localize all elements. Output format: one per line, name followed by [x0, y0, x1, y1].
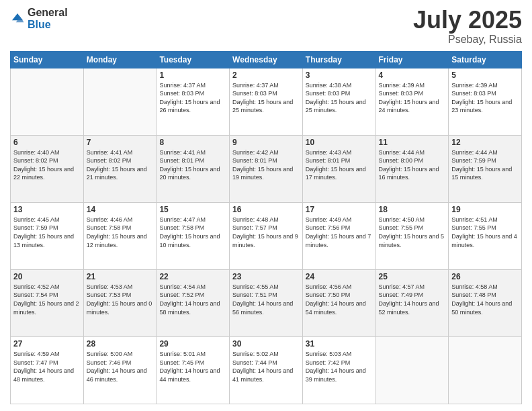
- table-row: 19Sunrise: 4:51 AMSunset: 7:55 PMDayligh…: [449, 202, 522, 269]
- calendar-week-row: 6Sunrise: 4:40 AMSunset: 8:02 PMDaylight…: [11, 135, 522, 202]
- day-info: Sunrise: 4:37 AMSunset: 8:03 PMDaylight:…: [159, 81, 226, 115]
- day-number: 26: [451, 272, 519, 281]
- day-number: 6: [13, 138, 81, 147]
- day-info: Sunrise: 4:54 AMSunset: 7:52 PMDaylight:…: [159, 283, 226, 316]
- day-info: Sunrise: 4:49 AMSunset: 7:56 PMDaylight:…: [306, 216, 373, 249]
- day-info: Sunrise: 4:51 AMSunset: 7:55 PMDaylight:…: [451, 216, 519, 249]
- table-row: 10Sunrise: 4:43 AMSunset: 8:01 PMDayligh…: [302, 135, 375, 202]
- calendar-week-row: 20Sunrise: 4:52 AMSunset: 7:54 PMDayligh…: [11, 269, 522, 336]
- day-info: Sunrise: 4:43 AMSunset: 8:01 PMDaylight:…: [306, 148, 373, 182]
- table-row: 13Sunrise: 4:45 AMSunset: 7:59 PMDayligh…: [11, 202, 84, 269]
- day-info: Sunrise: 4:48 AMSunset: 7:57 PMDaylight:…: [232, 216, 300, 249]
- day-info: Sunrise: 4:45 AMSunset: 7:59 PMDaylight:…: [13, 216, 81, 249]
- table-row: 27Sunrise: 4:59 AMSunset: 7:47 PMDayligh…: [11, 336, 84, 404]
- day-number: 7: [87, 138, 154, 147]
- day-number: 12: [451, 138, 519, 147]
- table-row: 16Sunrise: 4:48 AMSunset: 7:57 PMDayligh…: [230, 202, 303, 269]
- day-info: Sunrise: 4:50 AMSunset: 7:55 PMDaylight:…: [379, 216, 446, 249]
- day-number: 1: [159, 71, 226, 80]
- logo-general: General: [28, 7, 68, 19]
- header-monday: Monday: [83, 51, 157, 68]
- day-info: Sunrise: 4:37 AMSunset: 8:03 PMDaylight:…: [232, 81, 300, 115]
- header-tuesday: Tuesday: [157, 51, 230, 68]
- title-month: July 2025: [413, 7, 522, 34]
- day-info: Sunrise: 4:41 AMSunset: 8:02 PMDaylight:…: [87, 148, 154, 182]
- table-row: 23Sunrise: 4:55 AMSunset: 7:51 PMDayligh…: [230, 269, 303, 336]
- table-row: 11Sunrise: 4:44 AMSunset: 8:00 PMDayligh…: [375, 135, 449, 202]
- table-row: 18Sunrise: 4:50 AMSunset: 7:55 PMDayligh…: [375, 202, 449, 269]
- day-info: Sunrise: 4:53 AMSunset: 7:53 PMDaylight:…: [87, 283, 154, 316]
- day-info: Sunrise: 4:38 AMSunset: 8:03 PMDaylight:…: [306, 81, 373, 115]
- table-row: 6Sunrise: 4:40 AMSunset: 8:02 PMDaylight…: [11, 135, 84, 202]
- logo: General Blue: [10, 7, 68, 30]
- table-row: 1Sunrise: 4:37 AMSunset: 8:03 PMDaylight…: [157, 68, 230, 135]
- day-info: Sunrise: 4:57 AMSunset: 7:49 PMDaylight:…: [379, 283, 446, 316]
- table-row: 20Sunrise: 4:52 AMSunset: 7:54 PMDayligh…: [11, 269, 84, 336]
- day-number: 16: [232, 205, 300, 214]
- table-row: 12Sunrise: 4:44 AMSunset: 7:59 PMDayligh…: [449, 135, 522, 202]
- day-number: 22: [159, 272, 226, 281]
- day-number: 3: [306, 71, 373, 80]
- header-sunday: Sunday: [11, 51, 84, 68]
- calendar-week-row: 27Sunrise: 4:59 AMSunset: 7:47 PMDayligh…: [11, 336, 522, 404]
- day-info: Sunrise: 4:42 AMSunset: 8:01 PMDaylight:…: [232, 148, 300, 182]
- day-number: 4: [379, 71, 446, 80]
- day-info: Sunrise: 5:02 AMSunset: 7:44 PMDaylight:…: [232, 350, 300, 383]
- day-number: 17: [306, 205, 373, 214]
- calendar-week-row: 1Sunrise: 4:37 AMSunset: 8:03 PMDaylight…: [11, 68, 522, 135]
- day-info: Sunrise: 5:01 AMSunset: 7:45 PMDaylight:…: [159, 350, 226, 383]
- table-row: 25Sunrise: 4:57 AMSunset: 7:49 PMDayligh…: [375, 269, 449, 336]
- day-number: 14: [87, 205, 154, 214]
- day-number: 20: [13, 272, 81, 281]
- table-row: 21Sunrise: 4:53 AMSunset: 7:53 PMDayligh…: [83, 269, 157, 336]
- header-thursday: Thursday: [302, 51, 375, 68]
- table-row: 26Sunrise: 4:58 AMSunset: 7:48 PMDayligh…: [449, 269, 522, 336]
- day-number: 27: [13, 339, 81, 349]
- day-info: Sunrise: 4:40 AMSunset: 8:02 PMDaylight:…: [13, 148, 81, 182]
- day-number: 10: [306, 138, 373, 147]
- table-row: 29Sunrise: 5:01 AMSunset: 7:45 PMDayligh…: [157, 336, 230, 404]
- day-number: 25: [379, 272, 446, 281]
- day-number: 30: [232, 339, 300, 349]
- table-row: 24Sunrise: 4:56 AMSunset: 7:50 PMDayligh…: [302, 269, 375, 336]
- day-info: Sunrise: 4:58 AMSunset: 7:48 PMDaylight:…: [451, 283, 519, 316]
- day-info: Sunrise: 4:52 AMSunset: 7:54 PMDaylight:…: [13, 283, 81, 316]
- table-row: [11, 68, 84, 135]
- table-row: 31Sunrise: 5:03 AMSunset: 7:42 PMDayligh…: [302, 336, 375, 404]
- title-block: July 2025 Psebay, Russia: [413, 7, 522, 46]
- table-row: 17Sunrise: 4:49 AMSunset: 7:56 PMDayligh…: [302, 202, 375, 269]
- header: General Blue July 2025 Psebay, Russia: [10, 7, 522, 46]
- day-info: Sunrise: 4:47 AMSunset: 7:58 PMDaylight:…: [159, 216, 226, 249]
- table-row: 4Sunrise: 4:39 AMSunset: 8:03 PMDaylight…: [375, 68, 449, 135]
- day-info: Sunrise: 4:44 AMSunset: 7:59 PMDaylight:…: [451, 148, 519, 182]
- day-number: 9: [232, 138, 300, 147]
- day-info: Sunrise: 4:59 AMSunset: 7:47 PMDaylight:…: [13, 350, 81, 383]
- page: General Blue July 2025 Psebay, Russia Su…: [0, 0, 532, 411]
- day-info: Sunrise: 4:46 AMSunset: 7:58 PMDaylight:…: [87, 216, 154, 249]
- day-number: 2: [232, 71, 300, 80]
- table-row: [449, 336, 522, 404]
- table-row: 15Sunrise: 4:47 AMSunset: 7:58 PMDayligh…: [157, 202, 230, 269]
- table-row: 2Sunrise: 4:37 AMSunset: 8:03 PMDaylight…: [230, 68, 303, 135]
- calendar-table: Sunday Monday Tuesday Wednesday Thursday…: [10, 51, 522, 404]
- day-number: 28: [87, 339, 154, 349]
- day-number: 18: [379, 205, 446, 214]
- day-number: 21: [87, 272, 154, 281]
- day-number: 15: [159, 205, 226, 214]
- calendar-week-row: 13Sunrise: 4:45 AMSunset: 7:59 PMDayligh…: [11, 202, 522, 269]
- day-info: Sunrise: 4:56 AMSunset: 7:50 PMDaylight:…: [306, 283, 373, 316]
- table-row: 30Sunrise: 5:02 AMSunset: 7:44 PMDayligh…: [230, 336, 303, 404]
- title-location: Psebay, Russia: [413, 34, 522, 46]
- header-saturday: Saturday: [449, 51, 522, 68]
- table-row: 8Sunrise: 4:41 AMSunset: 8:01 PMDaylight…: [157, 135, 230, 202]
- day-info: Sunrise: 4:39 AMSunset: 8:03 PMDaylight:…: [451, 81, 519, 115]
- day-number: 11: [379, 138, 446, 147]
- day-info: Sunrise: 4:44 AMSunset: 8:00 PMDaylight:…: [379, 148, 446, 182]
- logo-blue: Blue: [28, 19, 68, 31]
- day-number: 5: [451, 71, 519, 80]
- logo-icon: [10, 11, 25, 26]
- day-info: Sunrise: 4:55 AMSunset: 7:51 PMDaylight:…: [232, 283, 300, 316]
- header-wednesday: Wednesday: [230, 51, 303, 68]
- day-number: 23: [232, 272, 300, 281]
- day-info: Sunrise: 5:03 AMSunset: 7:42 PMDaylight:…: [306, 350, 373, 383]
